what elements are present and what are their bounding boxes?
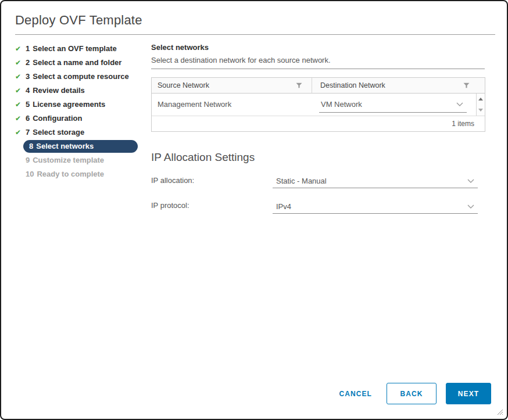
step-4-review-details[interactable]: ✔ 4Review details (15, 84, 143, 98)
page-subheading: Select a destination network for each so… (151, 56, 331, 64)
dialog-action-bar: CANCEL BACK NEXT (339, 383, 491, 404)
ip-allocation-select[interactable]: Static - Manual (273, 174, 478, 188)
ip-allocation-label: IP allocation: (151, 176, 194, 185)
destination-network-select[interactable]: VM Network (319, 96, 467, 113)
checkmark-icon: ✔ (15, 125, 21, 139)
checkmark-icon: ✔ (15, 112, 21, 125)
title-divider (15, 34, 495, 35)
step-6-configuration[interactable]: ✔ 6Configuration (15, 112, 143, 125)
chevron-down-icon (467, 179, 474, 184)
active-step-pill: 8Select networks (23, 140, 138, 153)
step-9-customize-template[interactable]: 9Customize template (15, 153, 143, 167)
step-5-license-agreements[interactable]: ✔ 5License agreements (15, 98, 143, 112)
step-8-select-networks-active[interactable]: 8Select networks (15, 139, 143, 153)
table-scrollbar[interactable] (476, 94, 485, 116)
checkmark-icon: ✔ (15, 70, 21, 84)
items-count: 1 items (452, 120, 474, 128)
step-10-ready-to-complete[interactable]: 10Ready to complete (15, 167, 143, 181)
deploy-ovf-template-dialog: Deploy OVF Template ✔ 1Select an OVF tem… (0, 0, 508, 420)
table-row: Management Network VM Network (152, 94, 485, 116)
step-2-select-name-folder[interactable]: ✔ 2Select a name and folder (15, 56, 143, 70)
next-button[interactable]: NEXT (446, 383, 491, 404)
network-mapping-table: Source Network Destination Network Manag… (151, 77, 485, 132)
checkmark-icon: ✔ (15, 56, 21, 70)
checkmark-icon: ✔ (15, 42, 21, 56)
scroll-down-icon[interactable] (478, 109, 483, 112)
ip-allocation-settings-heading: IP Allocation Settings (151, 151, 255, 164)
heading-divider (151, 69, 485, 69)
checkmark-icon: ✔ (15, 84, 21, 98)
column-header-destination-network: Destination Network (312, 78, 485, 93)
filter-icon[interactable] (463, 82, 470, 89)
table-footer: 1 items (152, 116, 485, 131)
back-button[interactable]: BACK (387, 383, 437, 404)
step-7-select-storage[interactable]: ✔ 7Select storage (15, 125, 143, 139)
checkmark-icon: ✔ (15, 98, 21, 112)
page-heading: Select networks (151, 43, 209, 52)
wizard-steps-nav: ✔ 1Select an OVF template ✔ 2Select a na… (15, 42, 143, 181)
ip-protocol-select[interactable]: IPv4 (273, 199, 478, 214)
chevron-down-icon (467, 204, 474, 209)
step-1-select-ovf-template[interactable]: ✔ 1Select an OVF template (15, 42, 143, 56)
ip-protocol-label: IP protocol: (151, 201, 189, 210)
resize-grip-icon[interactable] (496, 408, 503, 415)
filter-icon[interactable] (296, 82, 302, 89)
source-network-cell: Management Network (158, 94, 231, 116)
table-header-row: Source Network Destination Network (152, 78, 485, 94)
column-header-source-network: Source Network (152, 78, 312, 93)
scroll-up-icon[interactable] (478, 98, 483, 100)
step-3-select-compute-resource[interactable]: ✔ 3Select a compute resource (15, 70, 143, 84)
chevron-down-icon (456, 102, 463, 107)
cancel-button[interactable]: CANCEL (339, 384, 372, 403)
dialog-title: Deploy OVF Template (15, 13, 142, 28)
